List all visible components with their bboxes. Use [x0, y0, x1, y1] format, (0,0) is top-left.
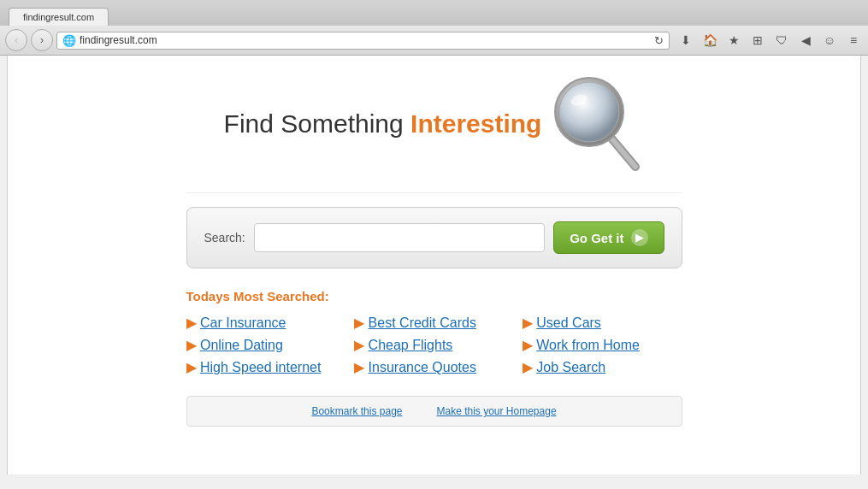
bullet-icon: ▶	[354, 360, 364, 374]
reading-list-icon[interactable]: ⊞	[748, 31, 767, 50]
bookmark-star-icon[interactable]: ★	[724, 31, 743, 50]
go-arrow-icon: ▶	[631, 229, 648, 246]
menu-icon[interactable]: ≡	[844, 31, 863, 50]
links-grid: ▶ Car Insurance ▶ Best Credit Cards ▶ Us…	[186, 315, 682, 375]
link-item: ▶ High Speed internet	[186, 360, 346, 375]
hero-section: Find Something Interesting	[224, 73, 645, 175]
link-item: ▶ Online Dating	[186, 338, 346, 353]
job-search-link[interactable]: Job Search	[536, 360, 605, 374]
link-item: ▶ Insurance Quotes	[354, 360, 514, 375]
page-content: Find Something Interesting	[7, 56, 861, 474]
link-item: ▶ Work from Home	[523, 338, 682, 353]
browser-chrome: findingresult.com ‹ › 🌐 ↻ ⬇ 🏠 ★ ⊞ 🛡 ◀ ☺ …	[0, 0, 868, 56]
link-item: ▶ Car Insurance	[186, 315, 346, 331]
svg-line-1	[608, 134, 635, 167]
address-bar-container: 🌐 ↻	[56, 32, 670, 50]
browser-tab[interactable]: findingresult.com	[9, 8, 109, 26]
bullet-icon: ▶	[523, 360, 533, 374]
pocket-icon[interactable]: 🛡	[772, 31, 791, 50]
search-row: Search: Go Get it ▶	[204, 221, 664, 254]
link-item: ▶ Best Credit Cards	[354, 315, 514, 331]
forward-icon: ›	[40, 34, 44, 46]
high-speed-internet-link[interactable]: High Speed internet	[200, 360, 321, 374]
link-item: ▶ Used Cars	[523, 315, 682, 331]
go-button-label: Go Get it	[570, 231, 623, 245]
bullet-icon: ▶	[523, 338, 533, 352]
forward-button[interactable]: ›	[31, 29, 53, 51]
car-insurance-link[interactable]: Car Insurance	[200, 315, 286, 330]
address-bar[interactable]	[80, 34, 651, 46]
search-input[interactable]	[254, 223, 545, 252]
tab-bar: findingresult.com	[0, 0, 868, 26]
magnifier-graphic	[550, 73, 644, 175]
refresh-button[interactable]: ↻	[654, 34, 664, 47]
online-dating-link[interactable]: Online Dating	[200, 338, 283, 352]
headline: Find Something Interesting	[224, 109, 542, 138]
bullet-icon: ▶	[186, 338, 197, 352]
tab-label: findingresult.com	[23, 12, 94, 22]
most-searched-title: Todays Most Searched:	[186, 289, 682, 303]
homepage-link[interactable]: Make this your Homepage	[436, 405, 556, 417]
search-label: Search:	[204, 231, 245, 244]
bottom-bar: remove findingresult.com @ My AntiSpywar…	[0, 483, 868, 489]
insurance-quotes-link[interactable]: Insurance Quotes	[369, 360, 476, 374]
svg-point-3	[559, 82, 619, 142]
globe-icon: 🌐	[62, 34, 76, 47]
link-item: ▶ Cheap Flights	[354, 338, 514, 353]
back-icon: ‹	[15, 34, 18, 46]
used-cars-link[interactable]: Used Cars	[536, 315, 601, 330]
most-searched-section: Todays Most Searched: ▶ Car Insurance ▶ …	[186, 289, 682, 375]
work-from-home-link[interactable]: Work from Home	[536, 338, 640, 352]
bullet-icon: ▶	[354, 315, 364, 330]
divider	[186, 192, 682, 193]
bullet-icon: ▶	[354, 338, 364, 352]
back-button[interactable]: ‹	[5, 29, 27, 51]
download-icon[interactable]: ⬇	[676, 31, 695, 50]
toolbar-icons: ⬇ 🏠 ★ ⊞ 🛡 ◀ ☺ ≡	[676, 31, 863, 50]
account-icon[interactable]: ☺	[820, 31, 839, 50]
cheap-flights-link[interactable]: Cheap Flights	[369, 338, 453, 352]
headline-text: Find Something	[224, 109, 410, 138]
home-icon[interactable]: 🏠	[700, 31, 719, 50]
bookmark-link[interactable]: Bookmark this page	[311, 405, 402, 417]
bullet-icon: ▶	[523, 315, 533, 330]
headline-interesting: Interesting	[410, 109, 541, 138]
go-button[interactable]: Go Get it ▶	[553, 221, 664, 254]
bullet-icon: ▶	[186, 315, 197, 330]
search-box-container: Search: Go Get it ▶	[186, 207, 682, 268]
toolbar: ‹ › 🌐 ↻ ⬇ 🏠 ★ ⊞ 🛡 ◀ ☺ ≡	[0, 26, 868, 55]
best-credit-cards-link[interactable]: Best Credit Cards	[369, 315, 476, 330]
magnifier-svg	[550, 73, 644, 175]
link-item: ▶ Job Search	[523, 360, 682, 375]
send-icon[interactable]: ◀	[796, 31, 815, 50]
bullet-icon: ▶	[186, 360, 197, 374]
footer-bar: Bookmark this page Make this your Homepa…	[186, 396, 682, 427]
